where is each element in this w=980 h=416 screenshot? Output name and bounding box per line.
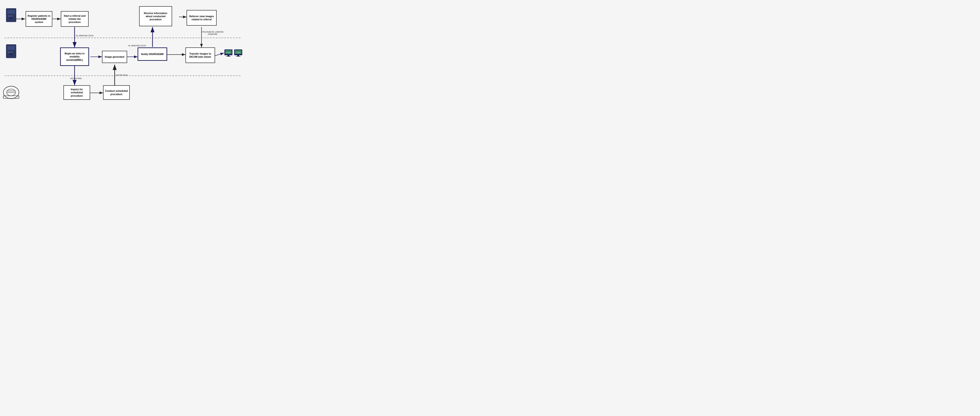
svg-point-7 [10,18,12,19]
hl7-label-top: HL 0RM/XML/JSON [76,35,94,37]
start-referral-box: Start a referral and initiate the proced… [61,11,89,27]
svg-rect-8 [8,16,10,16]
url-label: URL(studyUID, patientID, studyDate) [199,31,226,35]
inquiry-box: Inquiry for scheduled procedure [64,85,90,100]
hl7-label-mid: HL 0RM/XML/JSON [128,45,146,47]
svg-rect-26 [234,49,242,55]
referrer-view-box: Referrer view images related to referral [186,10,216,26]
svg-rect-13 [8,52,10,53]
svg-point-15 [3,86,19,99]
svg-rect-10 [6,45,16,58]
svg-point-16 [7,89,16,96]
svg-rect-25 [226,56,231,57]
workflow-diagram: ViewDNA ViewDNA [0,0,245,104]
svg-rect-22 [225,50,232,54]
image-generated-box: Image generated [102,51,127,63]
transfer-images-box: Transfer images to DICOM web viewer [185,48,215,63]
svg-rect-18 [7,91,16,92]
svg-point-12 [10,53,12,55]
svg-rect-27 [235,50,242,54]
conduct-box: Conduct scheduled procedure [103,85,130,100]
svg-rect-29 [237,55,239,56]
svg-rect-14 [11,52,12,53]
svg-rect-5 [6,8,16,22]
svg-rect-6 [7,10,15,14]
svg-line-40 [215,53,224,56]
svg-text:ViewDNA: ViewDNA [226,52,231,53]
svg-rect-11 [7,46,15,50]
svg-rect-24 [228,55,229,56]
begin-entry-box: Begin an entry in modality worklist(MWL) [60,48,89,66]
svg-rect-9 [11,16,12,16]
svg-text:ViewDNA: ViewDNA [236,52,240,53]
dicom-store-label: DICOM Store [116,74,128,76]
notify-his-box: Notify HIS/RIS/EMR [138,48,167,61]
receive-info-box: Receive information about conducted proc… [139,6,172,26]
svg-rect-30 [236,56,240,57]
svg-rect-21 [224,49,232,55]
register-box: Register patients in HIS/RIS/EMR system [25,11,52,27]
dicom-mwl-label: DICOM MWL [70,77,82,80]
svg-rect-17 [3,96,19,99]
